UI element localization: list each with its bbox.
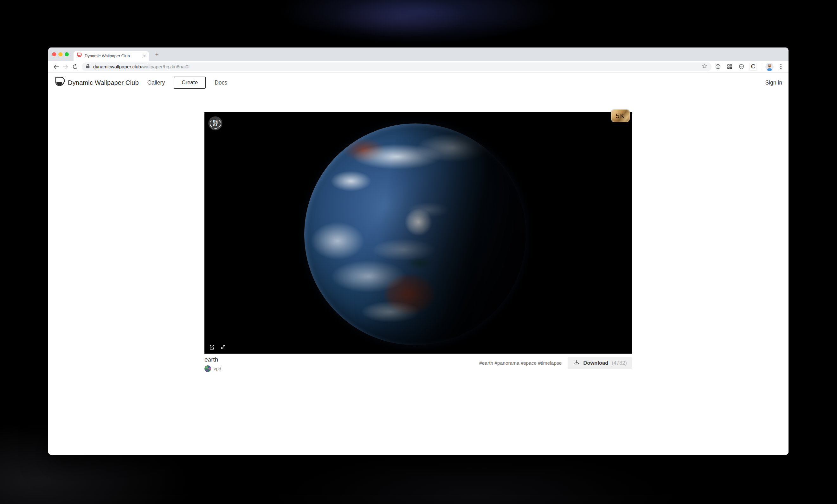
author-avatar [204, 365, 211, 372]
tab-strip: Dynamic Wallpaper Club × + [48, 48, 788, 61]
browser-profile-avatar[interactable] [765, 63, 773, 71]
site-nav: Gallery Create Docs [147, 77, 227, 89]
window-controls [52, 48, 69, 61]
zoom-window-button[interactable] [65, 52, 69, 56]
browser-tab[interactable]: Dynamic Wallpaper Club × [73, 51, 149, 61]
bookmark-star-icon[interactable] [702, 63, 708, 70]
url-path: /wallpaper/hqzkn6nai0f [141, 64, 190, 69]
extension-qr-icon[interactable] [726, 63, 733, 71]
author-name: vpd [214, 366, 221, 371]
wallpaper-title: earth [204, 356, 221, 363]
url-text: dynamicwallpaper.club/wallpaper/hqzkn6na… [93, 64, 698, 69]
reload-icon[interactable] [70, 62, 80, 72]
fullscreen-icon[interactable] [220, 343, 227, 351]
extension-c-icon[interactable]: C [749, 63, 757, 71]
back-icon[interactable] [51, 62, 61, 72]
earth-wallpaper-image [304, 124, 526, 345]
create-button[interactable]: Create [174, 77, 206, 89]
download-icon [574, 360, 580, 367]
sign-in-link[interactable]: Sign in [765, 79, 782, 86]
close-tab-icon[interactable]: × [143, 54, 146, 58]
site-logo-icon [54, 76, 65, 89]
wallpaper-viewer: BE ST 5K [204, 112, 632, 372]
hashtags[interactable]: #earth #panorama #space #timelapse [479, 360, 562, 366]
download-count: (4782) [612, 360, 627, 366]
page-content: Dynamic Wallpaper Club Gallery Create Do… [48, 73, 788, 454]
lock-icon [86, 63, 90, 70]
extension-icons: C [714, 63, 785, 71]
extension-info-icon[interactable] [714, 63, 722, 71]
minimize-window-button[interactable] [58, 52, 63, 56]
nav-docs-link[interactable]: Docs [215, 79, 227, 86]
best-badge-text-bottom: ST [213, 123, 217, 127]
browser-window: Dynamic Wallpaper Club × + dynamic [48, 48, 788, 455]
new-tab-button[interactable]: + [153, 50, 161, 59]
browser-menu-icon[interactable] [778, 64, 784, 69]
wallpaper-author[interactable]: vpd [204, 365, 221, 372]
best-badge: BE ST [208, 116, 222, 130]
share-icon[interactable] [209, 343, 215, 351]
resolution-badge: 5K [611, 110, 630, 122]
wallpaper-preview[interactable]: BE ST 5K [204, 112, 632, 354]
download-label: Download [583, 360, 608, 366]
wallpaper-meta: earth vpd #earth #panorama #space #timel… [204, 356, 632, 372]
nav-gallery-link[interactable]: Gallery [147, 79, 165, 86]
tab-title: Dynamic Wallpaper Club [85, 54, 141, 58]
toolbar-divider [761, 63, 761, 70]
preview-actions [209, 343, 227, 351]
site-title: Dynamic Wallpaper Club [68, 79, 139, 87]
url-domain: dynamicwallpaper.club [93, 64, 141, 69]
address-bar[interactable]: dynamicwallpaper.club/wallpaper/hqzkn6na… [82, 62, 712, 71]
extension-shield-icon[interactable] [737, 63, 745, 71]
best-badge-text-top: BE [213, 119, 218, 123]
site-header: Dynamic Wallpaper Club Gallery Create Do… [48, 73, 788, 92]
browser-toolbar: dynamicwallpaper.club/wallpaper/hqzkn6na… [48, 61, 788, 73]
forward-icon [61, 62, 70, 72]
site-brand[interactable]: Dynamic Wallpaper Club [54, 76, 139, 89]
close-window-button[interactable] [52, 52, 56, 56]
site-favicon-icon [77, 53, 82, 59]
download-button[interactable]: Download (4782) [568, 357, 632, 369]
